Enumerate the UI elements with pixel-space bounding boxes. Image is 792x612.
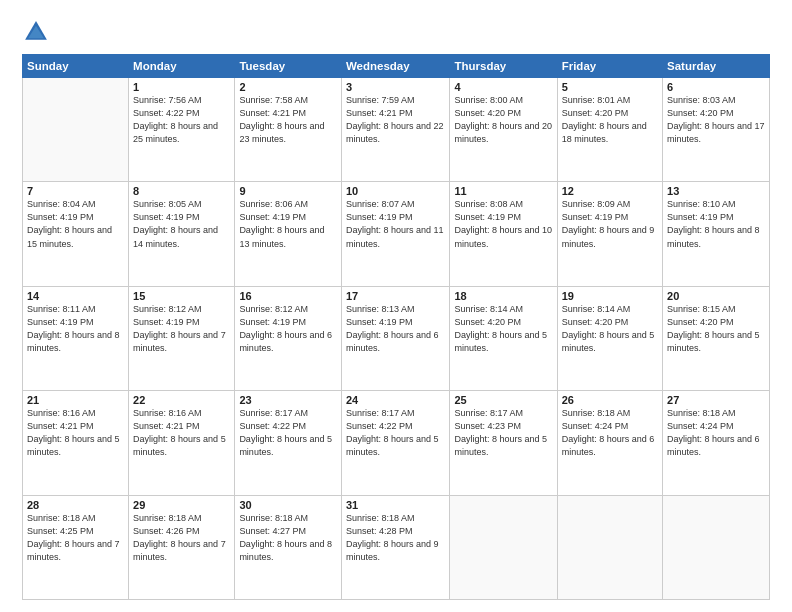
page-header [22, 18, 770, 46]
calendar-day-cell: 4Sunrise: 8:00 AMSunset: 4:20 PMDaylight… [450, 78, 557, 182]
calendar-day-cell: 14Sunrise: 8:11 AMSunset: 4:19 PMDayligh… [23, 286, 129, 390]
calendar-day-cell: 18Sunrise: 8:14 AMSunset: 4:20 PMDayligh… [450, 286, 557, 390]
calendar-week-row: 28Sunrise: 8:18 AMSunset: 4:25 PMDayligh… [23, 495, 770, 599]
day-info: Sunrise: 8:10 AMSunset: 4:19 PMDaylight:… [667, 198, 765, 250]
calendar-day-cell: 21Sunrise: 8:16 AMSunset: 4:21 PMDayligh… [23, 391, 129, 495]
calendar-week-row: 1Sunrise: 7:56 AMSunset: 4:22 PMDaylight… [23, 78, 770, 182]
calendar-day-cell: 22Sunrise: 8:16 AMSunset: 4:21 PMDayligh… [129, 391, 235, 495]
day-info: Sunrise: 8:01 AMSunset: 4:20 PMDaylight:… [562, 94, 658, 146]
calendar-week-row: 14Sunrise: 8:11 AMSunset: 4:19 PMDayligh… [23, 286, 770, 390]
day-info: Sunrise: 8:05 AMSunset: 4:19 PMDaylight:… [133, 198, 230, 250]
day-number: 10 [346, 185, 446, 197]
weekday-header-sunday: Sunday [23, 55, 129, 78]
day-number: 28 [27, 499, 124, 511]
calendar-day-cell: 8Sunrise: 8:05 AMSunset: 4:19 PMDaylight… [129, 182, 235, 286]
calendar-day-cell: 7Sunrise: 8:04 AMSunset: 4:19 PMDaylight… [23, 182, 129, 286]
calendar-day-cell: 3Sunrise: 7:59 AMSunset: 4:21 PMDaylight… [341, 78, 450, 182]
day-info: Sunrise: 8:16 AMSunset: 4:21 PMDaylight:… [133, 407, 230, 459]
day-number: 16 [239, 290, 337, 302]
day-info: Sunrise: 8:08 AMSunset: 4:19 PMDaylight:… [454, 198, 552, 250]
calendar-day-cell: 17Sunrise: 8:13 AMSunset: 4:19 PMDayligh… [341, 286, 450, 390]
calendar-day-cell: 10Sunrise: 8:07 AMSunset: 4:19 PMDayligh… [341, 182, 450, 286]
weekday-header-saturday: Saturday [663, 55, 770, 78]
day-info: Sunrise: 8:14 AMSunset: 4:20 PMDaylight:… [562, 303, 658, 355]
day-number: 27 [667, 394, 765, 406]
calendar-day-cell: 12Sunrise: 8:09 AMSunset: 4:19 PMDayligh… [557, 182, 662, 286]
calendar-week-row: 7Sunrise: 8:04 AMSunset: 4:19 PMDaylight… [23, 182, 770, 286]
day-number: 11 [454, 185, 552, 197]
calendar-empty-cell [23, 78, 129, 182]
logo-icon [22, 18, 50, 46]
calendar-day-cell: 9Sunrise: 8:06 AMSunset: 4:19 PMDaylight… [235, 182, 342, 286]
day-info: Sunrise: 8:18 AMSunset: 4:24 PMDaylight:… [562, 407, 658, 459]
day-info: Sunrise: 8:15 AMSunset: 4:20 PMDaylight:… [667, 303, 765, 355]
day-number: 23 [239, 394, 337, 406]
day-info: Sunrise: 8:13 AMSunset: 4:19 PMDaylight:… [346, 303, 446, 355]
day-number: 17 [346, 290, 446, 302]
day-number: 19 [562, 290, 658, 302]
day-number: 15 [133, 290, 230, 302]
day-info: Sunrise: 8:12 AMSunset: 4:19 PMDaylight:… [133, 303, 230, 355]
calendar-table: SundayMondayTuesdayWednesdayThursdayFrid… [22, 54, 770, 600]
day-number: 9 [239, 185, 337, 197]
day-info: Sunrise: 8:06 AMSunset: 4:19 PMDaylight:… [239, 198, 337, 250]
day-info: Sunrise: 8:11 AMSunset: 4:19 PMDaylight:… [27, 303, 124, 355]
day-number: 30 [239, 499, 337, 511]
day-number: 2 [239, 81, 337, 93]
day-info: Sunrise: 8:07 AMSunset: 4:19 PMDaylight:… [346, 198, 446, 250]
day-info: Sunrise: 8:18 AMSunset: 4:27 PMDaylight:… [239, 512, 337, 564]
weekday-header-row: SundayMondayTuesdayWednesdayThursdayFrid… [23, 55, 770, 78]
day-info: Sunrise: 8:18 AMSunset: 4:25 PMDaylight:… [27, 512, 124, 564]
day-info: Sunrise: 7:58 AMSunset: 4:21 PMDaylight:… [239, 94, 337, 146]
day-number: 3 [346, 81, 446, 93]
day-number: 7 [27, 185, 124, 197]
day-info: Sunrise: 8:09 AMSunset: 4:19 PMDaylight:… [562, 198, 658, 250]
day-info: Sunrise: 8:17 AMSunset: 4:23 PMDaylight:… [454, 407, 552, 459]
day-info: Sunrise: 8:14 AMSunset: 4:20 PMDaylight:… [454, 303, 552, 355]
day-number: 20 [667, 290, 765, 302]
calendar-day-cell: 30Sunrise: 8:18 AMSunset: 4:27 PMDayligh… [235, 495, 342, 599]
calendar-empty-cell [450, 495, 557, 599]
day-info: Sunrise: 8:04 AMSunset: 4:19 PMDaylight:… [27, 198, 124, 250]
calendar-day-cell: 1Sunrise: 7:56 AMSunset: 4:22 PMDaylight… [129, 78, 235, 182]
calendar-day-cell: 26Sunrise: 8:18 AMSunset: 4:24 PMDayligh… [557, 391, 662, 495]
day-info: Sunrise: 8:03 AMSunset: 4:20 PMDaylight:… [667, 94, 765, 146]
day-number: 13 [667, 185, 765, 197]
day-number: 21 [27, 394, 124, 406]
day-number: 8 [133, 185, 230, 197]
calendar-empty-cell [557, 495, 662, 599]
calendar-day-cell: 27Sunrise: 8:18 AMSunset: 4:24 PMDayligh… [663, 391, 770, 495]
day-info: Sunrise: 8:18 AMSunset: 4:26 PMDaylight:… [133, 512, 230, 564]
day-number: 5 [562, 81, 658, 93]
day-number: 6 [667, 81, 765, 93]
day-info: Sunrise: 8:00 AMSunset: 4:20 PMDaylight:… [454, 94, 552, 146]
day-number: 24 [346, 394, 446, 406]
day-info: Sunrise: 8:18 AMSunset: 4:24 PMDaylight:… [667, 407, 765, 459]
day-number: 26 [562, 394, 658, 406]
day-number: 12 [562, 185, 658, 197]
calendar-day-cell: 24Sunrise: 8:17 AMSunset: 4:22 PMDayligh… [341, 391, 450, 495]
day-info: Sunrise: 8:18 AMSunset: 4:28 PMDaylight:… [346, 512, 446, 564]
day-info: Sunrise: 8:12 AMSunset: 4:19 PMDaylight:… [239, 303, 337, 355]
day-number: 14 [27, 290, 124, 302]
calendar-day-cell: 31Sunrise: 8:18 AMSunset: 4:28 PMDayligh… [341, 495, 450, 599]
calendar-day-cell: 15Sunrise: 8:12 AMSunset: 4:19 PMDayligh… [129, 286, 235, 390]
day-info: Sunrise: 8:16 AMSunset: 4:21 PMDaylight:… [27, 407, 124, 459]
calendar-day-cell: 23Sunrise: 8:17 AMSunset: 4:22 PMDayligh… [235, 391, 342, 495]
calendar-day-cell: 13Sunrise: 8:10 AMSunset: 4:19 PMDayligh… [663, 182, 770, 286]
weekday-header-thursday: Thursday [450, 55, 557, 78]
day-info: Sunrise: 8:17 AMSunset: 4:22 PMDaylight:… [346, 407, 446, 459]
calendar-day-cell: 25Sunrise: 8:17 AMSunset: 4:23 PMDayligh… [450, 391, 557, 495]
day-number: 29 [133, 499, 230, 511]
day-number: 1 [133, 81, 230, 93]
day-number: 18 [454, 290, 552, 302]
calendar-day-cell: 11Sunrise: 8:08 AMSunset: 4:19 PMDayligh… [450, 182, 557, 286]
calendar-empty-cell [663, 495, 770, 599]
weekday-header-monday: Monday [129, 55, 235, 78]
calendar-day-cell: 6Sunrise: 8:03 AMSunset: 4:20 PMDaylight… [663, 78, 770, 182]
day-number: 22 [133, 394, 230, 406]
day-number: 31 [346, 499, 446, 511]
calendar-day-cell: 2Sunrise: 7:58 AMSunset: 4:21 PMDaylight… [235, 78, 342, 182]
calendar-day-cell: 16Sunrise: 8:12 AMSunset: 4:19 PMDayligh… [235, 286, 342, 390]
weekday-header-friday: Friday [557, 55, 662, 78]
